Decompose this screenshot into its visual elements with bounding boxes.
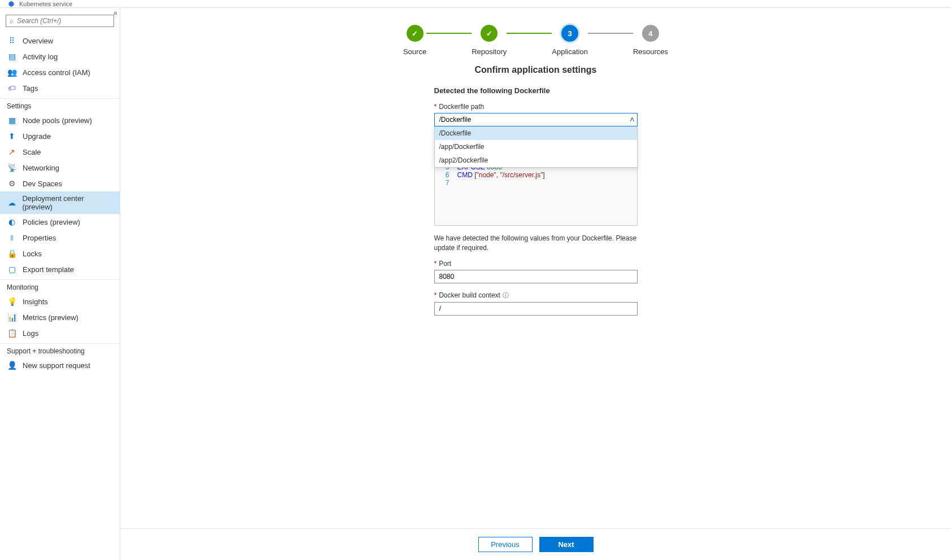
step-connector	[426, 33, 472, 34]
nav-item-dev-spaces[interactable]: ⚙Dev Spaces	[0, 176, 120, 191]
nav-item-locks[interactable]: 🔒Locks	[0, 246, 120, 261]
nav-item-label: Properties	[23, 234, 56, 242]
build-context-input[interactable]	[434, 302, 638, 316]
nav-item-label: Scale	[23, 148, 41, 156]
dockerfile-path-label: * Dockerfile path	[434, 103, 638, 111]
nav-group-support: Support + troubleshooting	[0, 343, 120, 357]
nav-group-monitoring: Monitoring	[0, 279, 120, 294]
nav-item-upgrade[interactable]: ⬆Upgrade	[0, 128, 120, 144]
nav-item-label: Tags	[23, 84, 38, 93]
nav-item-label: Networking	[23, 164, 59, 172]
step-circle: 4	[642, 25, 659, 42]
dockerfile-option[interactable]: /app2/Dockerfile	[435, 154, 637, 167]
code-content: CMD ["node", "/src/server.js"]	[457, 171, 545, 179]
wizard-step-source[interactable]: ✓Source	[403, 25, 426, 56]
nav-item-insights[interactable]: 💡Insights	[0, 294, 120, 309]
wizard-step-repository[interactable]: ✓Repository	[472, 25, 507, 56]
code-line: 7	[435, 179, 637, 187]
nav-item-tags[interactable]: 🏷Tags	[0, 80, 120, 96]
nav-item-metrics-preview-[interactable]: 📊Metrics (preview)	[0, 309, 120, 325]
nav-icon: ☁	[7, 198, 16, 208]
build-context-label: * Docker build context ⓘ	[434, 291, 638, 300]
nav-item-deployment-center-preview-[interactable]: ☁Deployment center (preview)	[0, 191, 120, 214]
nav-item-label: Overview	[23, 37, 53, 45]
top-bar: Kubernetes service	[0, 0, 951, 8]
nav-item-access-control-iam-[interactable]: 👥Access control (IAM)	[0, 64, 120, 80]
sidebar: « ⌕ ⠿Overview▤Activity log👥Access contro…	[0, 8, 120, 560]
nav-icon: ▤	[7, 51, 17, 62]
dockerfile-path-input[interactable]	[434, 113, 638, 126]
nav-icon: ↗	[7, 147, 17, 157]
previous-button[interactable]: Previous	[478, 537, 533, 552]
dockerfile-option[interactable]: /Dockerfile	[435, 126, 637, 140]
step-label: Resources	[633, 47, 668, 56]
wizard-step-application[interactable]: 3Application	[552, 25, 588, 56]
line-number: 6	[435, 171, 457, 179]
nav-item-label: Insights	[23, 298, 48, 306]
nav-item-label: Upgrade	[23, 132, 51, 141]
search-input[interactable]	[17, 17, 110, 25]
dockerfile-option[interactable]: /app/Dockerfile	[435, 140, 637, 154]
step-circle: ✓	[407, 25, 424, 42]
step-connector	[588, 33, 633, 34]
step-label: Repository	[472, 47, 507, 56]
wizard-footer: Previous Next	[120, 528, 951, 560]
nav-item-new-support-request[interactable]: 👤New support request	[0, 357, 120, 373]
nav-item-overview[interactable]: ⠿Overview	[0, 33, 120, 49]
step-circle: 3	[561, 25, 578, 42]
collapse-sidebar-button[interactable]: «	[114, 9, 117, 17]
nav-icon: 📊	[7, 312, 17, 322]
nav-item-label: Locks	[23, 250, 42, 258]
nav-item-properties[interactable]: ⦀Properties	[0, 230, 120, 246]
nav-icon: 💡	[7, 296, 17, 307]
nav-item-label: New support request	[23, 361, 90, 370]
nav-icon: 👥	[7, 67, 17, 77]
nav-item-export-template[interactable]: ▢Export template	[0, 261, 120, 277]
wizard-step-resources[interactable]: 4Resources	[633, 25, 668, 56]
port-label: * Port	[434, 260, 638, 268]
help-text: We have detected the following values fr…	[434, 234, 638, 253]
nav-item-activity-log[interactable]: ▤Activity log	[0, 49, 120, 64]
page-title: Confirm application settings	[316, 65, 756, 75]
nav-item-scale[interactable]: ↗Scale	[0, 144, 120, 160]
nav-item-label: Export template	[23, 265, 74, 274]
nav-icon: ⦀	[7, 233, 17, 243]
step-label: Application	[552, 47, 588, 56]
nav-item-label: Metrics (preview)	[23, 313, 78, 322]
required-asterisk: *	[434, 260, 437, 268]
nav-item-node-pools-preview-[interactable]: ▦Node pools (preview)	[0, 112, 120, 128]
kubernetes-service-icon	[7, 1, 16, 7]
nav-item-label: Access control (IAM)	[23, 68, 90, 77]
next-button[interactable]: Next	[539, 537, 594, 552]
service-type-label: Kubernetes service	[19, 1, 72, 7]
required-asterisk: *	[434, 103, 437, 111]
wizard-stepper: ✓Source✓Repository3Application4Resources	[316, 25, 756, 56]
nav-icon: 📡	[7, 163, 17, 173]
code-line: 6CMD ["node", "/src/server.js"]	[435, 171, 637, 179]
nav-icon: ⠿	[7, 36, 17, 46]
nav-item-label: Logs	[23, 329, 38, 338]
nav-icon: 🔒	[7, 248, 17, 259]
nav-icon: 🏷	[7, 83, 17, 93]
nav-item-networking[interactable]: 📡Networking	[0, 160, 120, 176]
main-content: ✓Source✓Repository3Application4Resources…	[120, 8, 951, 560]
search-icon: ⌕	[10, 17, 14, 25]
step-label: Source	[403, 47, 426, 56]
sidebar-search[interactable]: ⌕	[6, 15, 114, 27]
nav-item-label: Deployment center (preview)	[22, 194, 113, 211]
nav-item-label: Policies (preview)	[23, 218, 80, 226]
nav-item-label: Node pools (preview)	[23, 116, 92, 125]
step-connector	[507, 33, 552, 34]
line-number: 7	[435, 179, 457, 187]
nav-item-policies-preview-[interactable]: ◐Policies (preview)	[0, 214, 120, 230]
nav-icon: ▢	[7, 264, 17, 274]
dockerfile-path-combo[interactable]: ᐱ /Dockerfile/app/Dockerfile/app2/Docker…	[434, 113, 638, 126]
nav-icon: 👤	[7, 360, 17, 370]
nav-item-logs[interactable]: 📋Logs	[0, 325, 120, 341]
svg-marker-0	[9, 1, 14, 7]
info-icon[interactable]: ⓘ	[503, 291, 509, 300]
port-input[interactable]	[434, 270, 638, 283]
step-circle: ✓	[481, 25, 498, 42]
nav-icon: 📋	[7, 328, 17, 338]
nav-icon: ⚙	[7, 178, 17, 189]
